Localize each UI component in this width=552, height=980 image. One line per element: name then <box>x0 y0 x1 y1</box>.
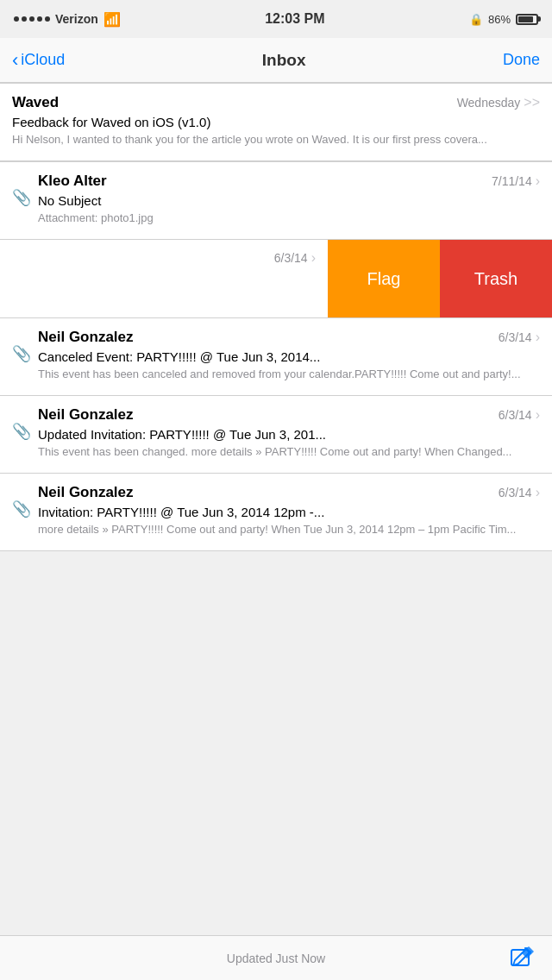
email-date: 6/3/14 <box>274 251 308 265</box>
email-item-waved[interactable]: Waved Wednesday >> Feedback for Waved on… <box>0 84 552 161</box>
wifi-icon: 📶 <box>104 11 121 28</box>
email-header: Neil Gonzalez 6/3/14 › <box>38 329 540 346</box>
attachment-icon: 📎 <box>12 422 31 441</box>
email-list: Waved Wednesday >> Feedback for Waved on… <box>0 83 552 551</box>
email-sender: Kleo Alter <box>38 173 107 190</box>
status-left: Verizon 📶 <box>14 11 121 28</box>
email-date-group: Wednesday >> <box>457 95 540 110</box>
email-date: 6/3/14 <box>499 486 532 499</box>
back-button[interactable]: ‹ iCloud <box>12 51 65 70</box>
email-sender: Neil Gonzalez <box>38 329 134 346</box>
bottom-bar: Updated Just Now <box>0 935 552 980</box>
email-date-group: 6/3/14 › <box>499 330 540 345</box>
chevron-right-icon: › <box>536 407 540 423</box>
attachment-icon: 📎 <box>12 499 31 518</box>
chevron-right-icon: › <box>536 330 540 345</box>
email-header: Neil Gonzalez 6/3/14 › <box>38 406 540 424</box>
email-content: Neil Gonzalez 6/3/14 › Canceled Event: P… <box>38 329 540 382</box>
status-right: 🔒 86% <box>469 13 538 26</box>
email-subject: No Subject <box>38 193 540 208</box>
email-subject: Canceled Event: PARTY!!!!! @ Tue Jun 3, … <box>38 349 540 364</box>
email-preview: Hi Nelson, I wanted to thank you for the… <box>12 132 540 148</box>
email-date-group: 6/3/14 › <box>274 250 316 266</box>
back-label: iCloud <box>21 51 65 69</box>
email-item-neil1[interactable]: 📎 Neil Gonzalez 6/3/14 › Canceled Event:… <box>0 318 552 396</box>
swipe-row: More Flag Trash 6/3/14 › E OF YOUR... <box>0 240 552 318</box>
email-date-group: 6/3/14 › <box>499 485 540 500</box>
email-preview: This event has been canceled and removed… <box>38 367 540 382</box>
email-subject: Invitation: PARTY!!!!! @ Tue Jun 3, 2014… <box>38 505 540 519</box>
battery-icon <box>516 14 538 25</box>
flag-label: Flag <box>367 269 401 289</box>
swiped-email-content: 6/3/14 › E OF YOUR... <box>0 240 328 317</box>
email-sender: Waved <box>12 94 59 111</box>
done-button[interactable]: Done <box>503 51 540 69</box>
email-sender: Neil Gonzalez <box>38 484 134 501</box>
email-date: 6/3/14 <box>499 330 532 344</box>
chevron-right-icon: › <box>536 173 540 189</box>
email-date: Wednesday <box>457 96 521 110</box>
email-content: Waved Wednesday >> Feedback for Waved on… <box>12 94 540 148</box>
email-content: 6/3/14 › E OF YOUR... <box>0 250 316 287</box>
email-preview: more details » PARTY!!!!! Come out and p… <box>38 522 540 537</box>
email-header: 6/3/14 › <box>0 250 316 266</box>
email-item-neil3[interactable]: 📎 Neil Gonzalez 6/3/14 › Invitation: PAR… <box>0 474 552 551</box>
email-item-neil2[interactable]: 📎 Neil Gonzalez 6/3/14 › Updated Invitat… <box>0 396 552 474</box>
email-header: Kleo Alter 7/11/14 › <box>38 173 540 190</box>
chevron-right-icon: › <box>311 250 316 266</box>
email-content: Kleo Alter 7/11/14 › No Subject Attachme… <box>38 173 540 226</box>
email-header: Waved Wednesday >> <box>12 94 540 111</box>
update-status: Updated Just Now <box>43 952 509 965</box>
battery-percent: 86% <box>488 13 511 26</box>
attachment-icon: 📎 <box>12 344 31 363</box>
email-date-group: 7/11/14 › <box>492 173 540 189</box>
email-content: Neil Gonzalez 6/3/14 › Updated Invitatio… <box>38 406 540 460</box>
trash-label: Trash <box>474 269 518 289</box>
email-subject: Updated Invitation: PARTY!!!!! @ Tue Jun… <box>38 427 540 442</box>
email-preview: Attachment: photo1.jpg <box>38 210 540 226</box>
carrier-label: Verizon <box>55 12 98 26</box>
trash-action-button[interactable]: Trash <box>440 240 552 317</box>
email-header: Neil Gonzalez 6/3/14 › <box>38 484 540 501</box>
email-subject: Feedback for Waved on iOS (v1.0) <box>12 115 540 129</box>
attachment-icon: 📎 <box>12 188 31 207</box>
nav-bar: ‹ iCloud Inbox Done <box>0 38 552 83</box>
lock-icon: 🔒 <box>469 13 483 26</box>
email-date: 7/11/14 <box>492 174 532 188</box>
back-chevron-icon: ‹ <box>12 51 18 70</box>
email-date-group: 6/3/14 › <box>499 407 540 423</box>
email-sender: Neil Gonzalez <box>38 406 134 424</box>
email-subject: E OF YOUR... <box>0 269 316 285</box>
email-content: Neil Gonzalez 6/3/14 › Invitation: PARTY… <box>38 484 540 537</box>
page-title: Inbox <box>262 51 306 70</box>
status-bar: Verizon 📶 12:03 PM 🔒 86% <box>0 0 552 38</box>
email-date: 6/3/14 <box>499 408 532 422</box>
email-preview: This event has been changed. more detail… <box>38 444 540 460</box>
signal-dots <box>14 16 50 22</box>
flag-action-button[interactable]: Flag <box>328 240 440 317</box>
chevron-right-icon: >> <box>524 95 540 110</box>
compose-button[interactable] <box>509 945 535 971</box>
chevron-right-icon: › <box>536 485 540 500</box>
time-label: 12:03 PM <box>265 11 324 27</box>
email-item-kleo[interactable]: 📎 Kleo Alter 7/11/14 › No Subject Attach… <box>0 162 552 240</box>
